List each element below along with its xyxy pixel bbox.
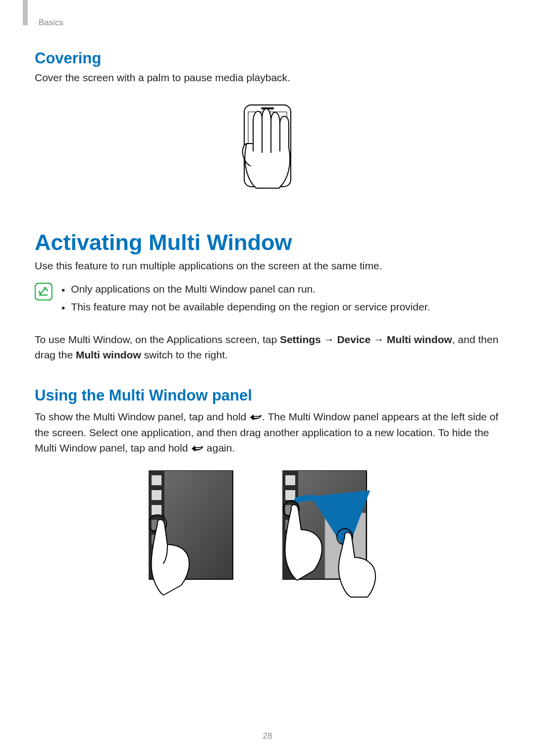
svg-rect-8 (152, 490, 161, 500)
multi-window-intro: Use this feature to run multiple applica… (35, 258, 500, 273)
bullet-dot: • (61, 282, 65, 298)
panel-text: To show the Multi Window panel, tap and … (35, 409, 500, 456)
illustration-covering-palm (230, 94, 305, 198)
chapter-label: Basics (39, 18, 63, 28)
note-item-text: This feature may not be available depend… (71, 300, 430, 314)
note-item: • Only applications on the Multi Window … (61, 282, 500, 298)
note-list: • Only applications on the Multi Window … (61, 282, 500, 318)
svg-rect-7 (152, 475, 161, 485)
note-item: • This feature may not be available depe… (61, 300, 500, 315)
section-title-panel: Using the Multi Window panel (35, 387, 500, 404)
svg-rect-4 (35, 283, 52, 300)
multi-window-instructions: To use Multi Window, on the Applications… (35, 332, 500, 363)
note-item-text: Only applications on the Multi Window pa… (71, 282, 316, 297)
page-number: 28 (0, 731, 535, 741)
illustration-panel-drag (282, 470, 386, 599)
covering-text: Cover the screen with a palm to pause me… (35, 70, 500, 85)
section-title-covering: Covering (35, 50, 500, 67)
svg-rect-9 (152, 505, 161, 515)
back-icon (191, 442, 204, 456)
bullet-dot: • (61, 300, 65, 315)
svg-rect-18 (285, 475, 295, 485)
svg-rect-19 (285, 490, 295, 500)
illustration-panel-select (149, 470, 248, 599)
chapter-tab (23, 0, 28, 25)
section-title-multi-window: Activating Multi Window (35, 230, 500, 255)
back-icon (249, 410, 262, 425)
note-icon (35, 283, 53, 301)
